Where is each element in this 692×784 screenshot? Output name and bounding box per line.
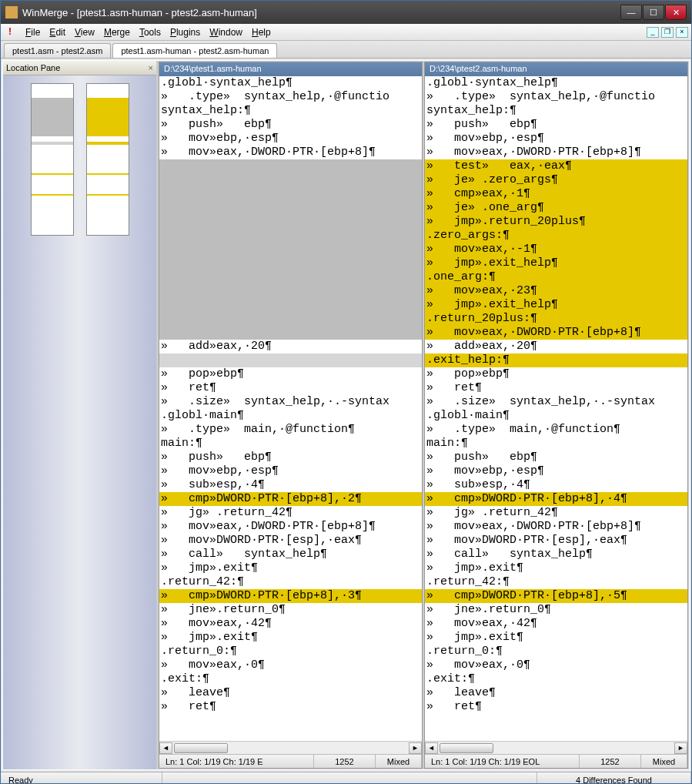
code-line[interactable] [159, 187, 422, 201]
code-line[interactable]: » mov»eax,·42¶ [425, 617, 687, 631]
code-line[interactable]: syntax_help:¶ [159, 104, 422, 118]
code-line[interactable]: » sub»esp,·4¶ [425, 478, 687, 492]
code-line[interactable]: » jmp».exit¶ [159, 561, 422, 575]
right-pane-path[interactable]: D:\234\ptest2.asm-human [425, 62, 687, 76]
code-line[interactable] [159, 326, 422, 340]
code-line[interactable]: .return_0:¶ [425, 645, 687, 658]
code-line[interactable]: main:¶ [159, 437, 422, 451]
code-line[interactable]: » .type» main,·@function¶ [425, 423, 687, 437]
code-line[interactable]: » cmp»DWORD·PTR·[ebp+8],·4¶ [425, 492, 687, 506]
code-line[interactable]: » call» syntax_help¶ [425, 548, 687, 561]
code-line[interactable] [159, 353, 422, 367]
code-line[interactable] [159, 270, 422, 284]
code-line[interactable]: » add»eax,·20¶ [159, 340, 422, 353]
code-line[interactable] [159, 312, 422, 326]
code-line[interactable]: » cmp»DWORD·PTR·[ebp+8],·2¶ [159, 492, 422, 506]
code-line[interactable]: » cmp»DWORD·PTR·[ebp+8],·3¶ [159, 589, 422, 603]
location-pane-close-icon[interactable]: × [149, 63, 153, 72]
code-line[interactable]: » cmp»eax,·1¶ [425, 187, 687, 201]
code-line[interactable]: » jmp».exit¶ [425, 631, 687, 645]
menu-tools[interactable]: Tools [135, 25, 165, 39]
mdi-restore-button[interactable]: ❐ [661, 27, 674, 38]
code-line[interactable] [159, 284, 422, 298]
menu-app-icon[interactable]: ! [4, 26, 16, 39]
right-code[interactable]: .globl·syntax_help¶» .type» syntax_help,… [425, 76, 687, 741]
code-line[interactable]: » mov»eax,·DWORD·PTR·[ebp+8]¶ [425, 520, 687, 534]
code-line[interactable]: » mov»eax,·DWORD·PTR·[ebp+8]¶ [425, 146, 687, 159]
code-line[interactable]: » ret¶ [159, 381, 422, 395]
code-line[interactable] [159, 215, 422, 229]
code-line[interactable]: .globl·syntax_help¶ [425, 76, 687, 90]
maximize-button[interactable]: ☐ [643, 5, 664, 20]
code-line[interactable]: » jg» .return_42¶ [425, 506, 687, 520]
code-line[interactable]: .return_0:¶ [159, 645, 422, 658]
titlebar[interactable]: WinMerge - [ptest1.asm-human - ptest2.as… [1, 1, 691, 24]
location-column-left[interactable] [31, 83, 74, 236]
code-line[interactable]: » jmp».exit_help¶ [425, 256, 687, 270]
code-line[interactable]: » push» ebp¶ [425, 118, 687, 132]
code-line[interactable]: » add»eax,·20¶ [425, 340, 687, 353]
code-line[interactable]: .globl·syntax_help¶ [159, 76, 422, 90]
code-line[interactable]: .return_42:¶ [159, 575, 422, 589]
code-line[interactable]: » mov»eax,·-1¶ [425, 243, 687, 256]
tab[interactable]: ptest1.asm-human - ptest2.asm-human [112, 43, 277, 58]
code-line[interactable] [159, 159, 422, 173]
code-line[interactable]: » mov»eax,·42¶ [159, 617, 422, 631]
code-line[interactable]: » test» eax,·eax¶ [425, 159, 687, 173]
code-line[interactable]: » mov»ebp,·esp¶ [425, 132, 687, 146]
code-line[interactable]: .return_42:¶ [425, 575, 687, 589]
left-pane-path[interactable]: D:\234\ptest1.asm-human [159, 62, 422, 76]
code-line[interactable]: » mov»eax,·23¶ [425, 284, 687, 298]
scroll-thumb[interactable] [440, 743, 493, 753]
menu-file[interactable]: File [21, 25, 45, 39]
code-line[interactable]: » mov»eax,·DWORD·PTR·[ebp+8]¶ [159, 520, 422, 534]
code-line[interactable]: » jmp».exit¶ [425, 561, 687, 575]
code-line[interactable] [159, 298, 422, 312]
code-line[interactable]: .exit:¶ [425, 672, 687, 686]
code-line[interactable]: » .type» main,·@function¶ [159, 423, 422, 437]
code-line[interactable]: » je» .zero_args¶ [425, 173, 687, 187]
code-line[interactable]: » mov»eax,·DWORD·PTR·[ebp+8]¶ [425, 326, 687, 340]
location-column-right[interactable] [86, 83, 129, 236]
left-code[interactable]: .globl·syntax_help¶» .type» syntax_help,… [159, 76, 422, 741]
tab[interactable]: ptest1.asm - ptest2.asm [4, 43, 111, 58]
scroll-thumb[interactable] [174, 743, 228, 753]
menu-plugins[interactable]: Plugins [165, 25, 205, 39]
code-line[interactable]: » cmp»DWORD·PTR·[ebp+8],·5¶ [425, 589, 687, 603]
code-line[interactable]: » mov»ebp,·esp¶ [159, 464, 422, 478]
minimize-button[interactable]: — [620, 5, 642, 20]
code-line[interactable] [159, 173, 422, 187]
code-line[interactable] [159, 256, 422, 270]
code-line[interactable]: » mov»eax,·0¶ [425, 658, 687, 672]
menu-view[interactable]: View [70, 25, 99, 39]
code-line[interactable]: » ret¶ [425, 381, 687, 395]
code-line[interactable]: .globl·main¶ [425, 409, 687, 423]
code-line[interactable]: .exit:¶ [159, 672, 422, 686]
code-line[interactable]: » je» .one_arg¶ [425, 201, 687, 215]
code-line[interactable] [159, 201, 422, 215]
left-hscrollbar[interactable]: ◄ ► [159, 741, 422, 754]
code-line[interactable]: » .type» syntax_help,·@functio [159, 90, 422, 104]
code-line[interactable]: » mov»eax,·DWORD·PTR·[ebp+8]¶ [159, 146, 422, 159]
code-line[interactable] [159, 229, 422, 243]
code-line[interactable]: main:¶ [425, 437, 687, 451]
code-line[interactable]: .one_arg:¶ [425, 270, 687, 284]
mdi-close-button[interactable]: × [676, 27, 688, 38]
code-line[interactable]: » .size» syntax_help,·.-syntax [425, 395, 687, 409]
code-line[interactable]: » jne».return_0¶ [159, 603, 422, 617]
code-line[interactable]: » push» ebp¶ [159, 451, 422, 464]
location-pane-header[interactable]: Location Pane × [3, 61, 156, 75]
scroll-left-icon[interactable]: ◄ [425, 742, 438, 754]
scroll-right-icon[interactable]: ► [674, 742, 687, 754]
code-line[interactable]: » mov»DWORD·PTR·[esp],·eax¶ [425, 534, 687, 548]
code-line[interactable]: » .size» syntax_help,·.-syntax [159, 395, 422, 409]
menu-help[interactable]: Help [247, 25, 276, 39]
code-line[interactable]: » jmp».return_20plus¶ [425, 215, 687, 229]
code-line[interactable]: » pop»ebp¶ [425, 367, 687, 381]
code-line[interactable]: » mov»ebp,·esp¶ [159, 132, 422, 146]
code-line[interactable]: » jmp».exit¶ [159, 631, 422, 645]
location-pane-body[interactable] [3, 75, 156, 769]
code-line[interactable]: » jmp».exit_help¶ [425, 298, 687, 312]
code-line[interactable]: .exit_help:¶ [425, 353, 687, 367]
code-line[interactable]: » mov»DWORD·PTR·[esp],·eax¶ [159, 534, 422, 548]
